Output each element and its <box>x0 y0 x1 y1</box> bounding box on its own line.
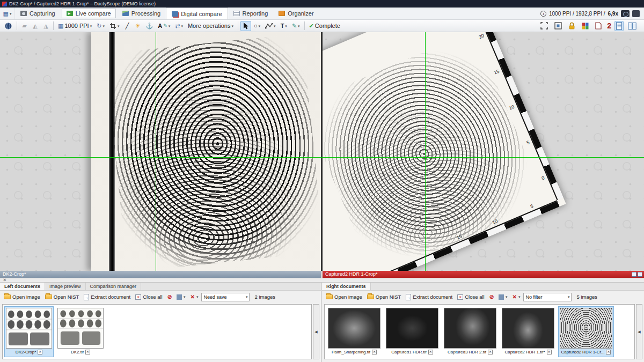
close-all-button[interactable]: ✕ Close all <box>134 293 164 301</box>
measure-line-button[interactable]: ╱ <box>122 21 132 31</box>
left-image-title-bar[interactable]: DK2-Crop* <box>0 271 321 278</box>
thumbnail-scroll-left-button[interactable]: ◀ <box>636 304 642 359</box>
thumbnail-card[interactable]: DK2.tif ✕ <box>56 306 105 357</box>
annotation-style-button[interactable]: A ✎ ▾ <box>156 21 172 31</box>
thumbnail-label: DK2-Crop* <box>16 350 36 354</box>
main-menu-button[interactable]: ▦ ▾ <box>0 8 15 19</box>
live-compare-button[interactable]: Live compare <box>62 9 116 18</box>
chevron-down-icon: ▾ <box>568 295 570 299</box>
close-thumbnail-icon[interactable]: ✕ <box>85 350 90 354</box>
page-button[interactable] <box>593 21 604 31</box>
open-nist-button[interactable]: Open NIST <box>43 293 81 301</box>
extract-document-icon <box>84 294 89 300</box>
filter-select[interactable]: Need save ▾ <box>201 293 250 301</box>
tab-comparison-manager[interactable]: Comparison manager <box>86 283 142 290</box>
collapse-panel-chevron-icon[interactable]: « <box>2 278 8 282</box>
lock-button[interactable] <box>566 21 577 31</box>
close-all-button[interactable]: ✕ Close all <box>456 293 486 301</box>
rotate-button[interactable]: ↻ ▾ <box>94 21 107 31</box>
tab-right-documents[interactable]: Right documents <box>322 283 371 290</box>
extract-document-button[interactable]: Extract document <box>404 293 454 301</box>
info-icon[interactable]: i <box>540 11 546 17</box>
fullscreen-button[interactable] <box>538 21 550 31</box>
window-title: DK2-Crop* / Captured2 HDR 1-Crop* – Dact… <box>9 1 156 6</box>
tab-label: Organizer <box>288 10 313 17</box>
filter-select[interactable]: No filter ▾ <box>523 293 572 301</box>
discard-button[interactable]: ⊘ <box>488 293 495 301</box>
expand-mini-icon[interactable] <box>638 272 642 277</box>
tab-label: Comparison manager <box>90 284 137 289</box>
marker-pen-icon: ✎ <box>292 23 297 29</box>
anchor-button[interactable]: ⚓ <box>143 21 155 31</box>
clear-filter-dropdown[interactable]: ✕ ▾ <box>189 293 200 301</box>
tab-organizer[interactable]: Organizer <box>273 8 319 19</box>
thumbnail-image <box>502 308 554 349</box>
flip-horizontal-button[interactable]: ◭ <box>30 21 40 31</box>
view-mode-dropdown[interactable]: ▾ <box>175 293 187 301</box>
shape-filter-button[interactable]: ▰ <box>19 21 30 31</box>
thumbnail-card[interactable]: Captured2 HDR 1-Cr... ✕ <box>558 306 614 357</box>
ppi-value: 1000 PPI <box>64 23 89 29</box>
tab-left-documents[interactable]: Left documents <box>0 283 45 290</box>
thumbnail-image <box>57 308 104 349</box>
ppi-dropdown[interactable]: ▦ 1000 PPI ▾ <box>56 21 94 31</box>
right-image-pane[interactable]: 25 20 15 10 5 0 5 10 15 <box>323 32 644 271</box>
single-page-view-button[interactable] <box>614 21 624 31</box>
color-mode-button[interactable] <box>580 21 591 31</box>
right-fingerprint <box>323 32 547 271</box>
panel-splitter[interactable]: « <box>0 278 644 283</box>
scanner-device-icon[interactable] <box>621 10 630 17</box>
thumbnail-card[interactable]: Palm_Sharpening.tif ✕ <box>326 306 382 357</box>
globe-button[interactable] <box>2 21 14 31</box>
complete-button[interactable]: ✔ Complete <box>307 21 342 31</box>
button-label: Extract document <box>413 294 452 300</box>
thumbnail-card[interactable]: Captured2 HDR 1.tif* ✕ <box>500 306 556 357</box>
fit-mini-icon[interactable] <box>632 272 636 277</box>
tab-reporting[interactable]: Reporting <box>228 8 274 19</box>
open-image-button[interactable]: Open image <box>2 293 42 301</box>
transform-button[interactable]: ⇄ ▾ <box>173 21 185 31</box>
chevron-down-icon: ▾ <box>285 24 287 28</box>
thumbnail-card[interactable]: Captured1 HDR.tif ✕ <box>384 306 440 357</box>
close-thumbnail-icon[interactable]: ✕ <box>372 350 377 354</box>
device-icon[interactable] <box>632 10 640 17</box>
view-mode-dropdown[interactable]: ▾ <box>497 293 509 301</box>
close-thumbnail-icon[interactable]: ✕ <box>488 350 493 354</box>
chevron-down-icon: ▾ <box>246 295 248 299</box>
two-page-view-button[interactable] <box>626 21 639 31</box>
crop-button[interactable]: ▾ <box>107 21 122 31</box>
close-thumbnail-icon[interactable]: ✕ <box>606 350 611 354</box>
left-image-pane[interactable] <box>0 32 321 271</box>
discard-button[interactable]: ⊘ <box>166 293 173 301</box>
brightness-button[interactable]: ☀ <box>133 21 143 31</box>
tab-processing[interactable]: Processing <box>117 8 166 19</box>
right-image-title-bar[interactable]: Captured2 HDR 1-Crop* <box>323 271 644 278</box>
marker-tool-button[interactable]: ✎ ▾ <box>290 21 302 31</box>
close-thumbnail-icon[interactable]: ✕ <box>547 350 552 354</box>
pointer-tool-button[interactable] <box>240 21 251 31</box>
clear-filter-dropdown[interactable]: ✕ ▾ <box>511 293 522 301</box>
thumbnail-scroll-left-button[interactable]: ◀ <box>313 304 319 359</box>
tab-capturing[interactable]: Capturing <box>15 8 61 19</box>
extract-document-button[interactable]: Extract document <box>82 293 132 301</box>
open-nist-button[interactable]: Open NIST <box>365 293 403 301</box>
circle-tool-button[interactable]: ○ ▾ <box>252 21 262 31</box>
button-label: Close all <box>465 294 484 300</box>
open-image-button[interactable]: Open image <box>324 293 364 301</box>
tab-image-preview[interactable]: Image preview <box>45 283 86 290</box>
fit-to-window-button[interactable] <box>552 21 564 31</box>
flip-vertical-button[interactable]: ◮ <box>41 21 51 31</box>
thumbnail-image <box>328 308 380 349</box>
more-operations-dropdown[interactable]: More operations ▾ <box>186 21 236 31</box>
complete-label: Complete <box>315 23 340 29</box>
right-panel-toolbar: Open image Open NIST Extract document ✕ … <box>322 291 644 303</box>
thumbnail-card[interactable]: DK2-Crop* ✕ <box>4 306 54 357</box>
tab-digital-compare[interactable]: Digital compare <box>166 8 228 19</box>
close-thumbnail-icon[interactable]: ✕ <box>428 350 433 354</box>
thumbnail-card[interactable]: Captured3 HDR 2.tif ✕ <box>442 306 498 357</box>
ruler-number: 0 <box>541 175 546 181</box>
close-thumbnail-icon[interactable]: ✕ <box>38 350 42 354</box>
chevron-down-icon: ▾ <box>118 24 120 28</box>
text-tool-button[interactable]: T ▾ <box>279 21 289 31</box>
polyline-tool-button[interactable]: ▾ <box>263 21 278 31</box>
